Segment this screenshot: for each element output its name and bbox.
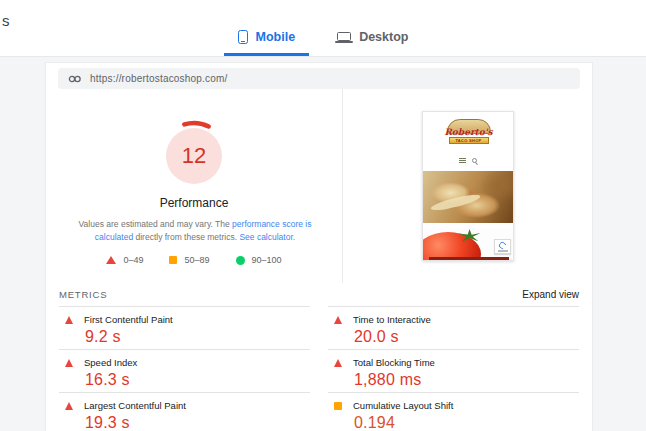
metrics-header: METRICS Expand view <box>59 289 579 300</box>
see-calculator-link[interactable]: See calculator. <box>239 232 295 242</box>
top-bar: s Mobile Desktop <box>0 0 646 57</box>
disclaimer-text-2: directly from these metrics. <box>133 232 239 242</box>
metric-total-blocking-time: Total Blocking Time 1,880 ms <box>328 349 579 392</box>
red-triangle-icon <box>334 359 342 367</box>
performance-label: Performance <box>64 196 324 210</box>
search-icon <box>472 158 477 163</box>
tab-mobile[interactable]: Mobile <box>224 20 310 56</box>
metric-largest-contentful-paint: Largest Contentful Paint 19.3 s <box>59 392 310 431</box>
metric-name: Time to Interactive <box>353 314 431 325</box>
green-circle-icon <box>236 256 245 265</box>
burrito-photo <box>423 171 514 223</box>
metric-name: Total Blocking Time <box>353 357 435 368</box>
metric-value: 0.194 <box>354 414 579 431</box>
logo-script-text: Roberto's <box>440 127 498 137</box>
hamburger-menu-icon <box>459 158 466 163</box>
metric-value: 19.3 s <box>85 414 310 431</box>
metric-value: 20.0 s <box>354 328 579 346</box>
metrics-title: METRICS <box>59 289 107 300</box>
summary-section: 12 Performance Values are estimated and … <box>46 89 592 283</box>
metric-speed-index: Speed Index 16.3 s <box>59 349 310 392</box>
metric-name: First Contentful Paint <box>84 314 173 325</box>
legend-item-fail: 0–49 <box>106 255 143 265</box>
url-bar: https://robertostacoshop.com/ <box>58 68 580 89</box>
tab-mobile-label: Mobile <box>256 30 296 44</box>
metric-value: 16.3 s <box>85 371 310 389</box>
recaptcha-badge <box>494 239 511 254</box>
red-triangle-icon <box>65 402 73 410</box>
device-tabs: Mobile Desktop <box>0 20 646 56</box>
screenshot-pane: Roberto's TACO SHOP <box>342 89 592 283</box>
tab-desktop[interactable]: Desktop <box>323 20 422 56</box>
thumb-ticker-bar <box>429 257 509 260</box>
tomato-photo <box>423 228 514 261</box>
metric-first-contentful-paint: First Contentful Paint 9.2 s <box>59 306 310 349</box>
metric-time-to-interactive: Time to Interactive 20.0 s <box>328 306 579 349</box>
orange-square-icon <box>334 402 342 410</box>
recaptcha-text-line <box>498 250 508 252</box>
report-card: https://robertostacoshop.com/ 12 Perform… <box>45 62 593 431</box>
link-icon <box>68 75 82 83</box>
legend-fail-range: 0–49 <box>123 255 143 265</box>
site-screenshot-thumbnail: Roberto's TACO SHOP <box>422 111 514 261</box>
desktop-laptop-icon <box>337 32 351 41</box>
site-logo: Roberto's TACO SHOP <box>440 119 498 155</box>
red-triangle-icon <box>65 316 73 324</box>
performance-score-value: 12 <box>157 119 231 193</box>
red-triangle-icon <box>106 256 116 264</box>
red-triangle-icon <box>334 316 342 324</box>
mobile-phone-icon <box>238 30 248 44</box>
tested-url[interactable]: https://robertostacoshop.com/ <box>90 73 228 84</box>
orange-square-icon <box>169 256 177 264</box>
score-disclaimer: Values are estimated and may vary. The p… <box>64 218 326 243</box>
expand-view-button[interactable]: Expand view <box>522 289 579 300</box>
metric-value: 1,880 ms <box>354 371 579 389</box>
metric-value: 9.2 s <box>85 328 310 346</box>
metric-name: Cumulative Layout Shift <box>353 400 453 411</box>
metric-name: Speed Index <box>84 357 137 368</box>
logo-ribbon-text: TACO SHOP <box>449 137 489 144</box>
thumb-nav-icons <box>423 158 513 163</box>
performance-score-pane: 12 Performance Values are estimated and … <box>46 89 342 283</box>
legend-item-pass: 90–100 <box>236 255 282 265</box>
performance-gauge: 12 <box>157 119 231 193</box>
legend-average-range: 50–89 <box>184 255 209 265</box>
metrics-grid: First Contentful Paint 9.2 s Time to Int… <box>59 306 579 431</box>
legend-item-average: 50–89 <box>169 255 209 265</box>
tab-desktop-label: Desktop <box>359 30 408 44</box>
metric-name: Largest Contentful Paint <box>84 400 186 411</box>
metric-cumulative-layout-shift: Cumulative Layout Shift 0.194 <box>328 392 579 431</box>
red-triangle-icon <box>65 359 73 367</box>
score-legend: 0–49 50–89 90–100 <box>64 255 324 265</box>
legend-pass-range: 90–100 <box>252 255 282 265</box>
recaptcha-icon <box>497 241 507 251</box>
disclaimer-text-1: Values are estimated and may vary. The <box>79 219 233 229</box>
